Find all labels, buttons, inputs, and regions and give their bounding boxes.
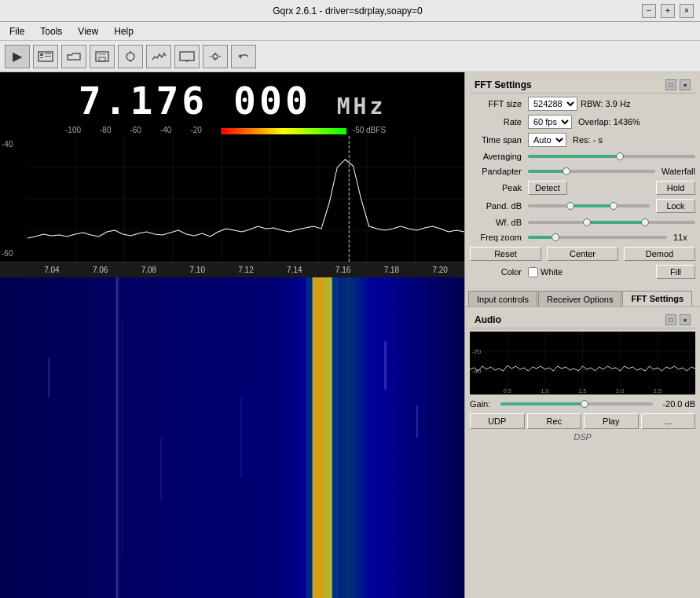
spectrum-panel: 7.176 000 MHz -100 -80 -60 -40 -20 -50 d… <box>0 72 464 598</box>
dsp-label: DSP <box>470 432 695 442</box>
svg-rect-40 <box>240 398 242 478</box>
y-label-top: -40 <box>2 140 26 149</box>
svg-rect-37 <box>122 317 123 558</box>
averaging-row: Averaging <box>470 151 695 162</box>
color-row: Color White Fill <box>470 265 695 279</box>
center-button[interactable]: Center <box>547 247 618 261</box>
screen-button[interactable] <box>174 45 200 68</box>
rbw-label: RBW: 3.9 Hz <box>581 99 630 108</box>
spectrum-svg <box>27 136 464 262</box>
menu-tools[interactable]: Tools <box>34 24 68 39</box>
minimize-button[interactable]: − <box>642 4 656 18</box>
panel-close-btn[interactable]: × <box>680 79 691 90</box>
menu-bar: File Tools View Help <box>0 22 700 41</box>
dbfs-label-3: -60 <box>130 126 141 134</box>
fft-settings-title: FFT Settings <box>475 79 532 90</box>
pand-db-slider[interactable] <box>528 200 650 211</box>
wf-db-row: Wf. dB <box>470 217 695 228</box>
white-checkbox-container: White <box>528 267 563 277</box>
fft-size-label: FFT size <box>470 99 525 108</box>
svg-rect-1 <box>40 53 43 56</box>
audio-close-btn[interactable]: × <box>680 314 691 325</box>
gain-label: Gain: <box>470 399 497 409</box>
averaging-slider[interactable] <box>528 151 695 162</box>
gain-row: Gain: -20.0 dB <box>470 398 695 409</box>
tab-input-controls[interactable]: Input controls <box>468 291 537 306</box>
fft-size-select[interactable]: 524288 262144 131072 <box>528 97 577 111</box>
svg-rect-11 <box>180 52 194 61</box>
res-label: Res: - s <box>573 135 603 145</box>
audio-buttons-row: UDP Rec Play ... <box>470 413 695 429</box>
play-button[interactable]: ▶ <box>5 45 30 68</box>
pandapter-slider[interactable] <box>528 166 655 177</box>
svg-rect-3 <box>45 53 51 54</box>
menu-view[interactable]: View <box>71 24 104 39</box>
panel-header-icons: □ × <box>665 79 691 90</box>
more-button[interactable]: ... <box>641 413 696 429</box>
rate-row: Rate 60 fps 30 fps 10 fps Overlap: 1436% <box>470 115 695 129</box>
audio-canvas: -20 -40 0.5 1.0 1.5 2.0 2.5 <box>470 332 695 394</box>
udp-button[interactable]: UDP <box>470 413 525 429</box>
svg-rect-2 <box>40 57 43 58</box>
spectrum-canvas: -40 -60 <box>0 136 464 262</box>
spectrum-plot[interactable] <box>27 136 464 262</box>
menu-help[interactable]: Help <box>108 24 140 39</box>
menu-file[interactable]: File <box>3 24 31 39</box>
fill-button[interactable]: Fill <box>656 265 695 279</box>
settings-button[interactable] <box>203 45 228 68</box>
waterfall[interactable] <box>0 277 464 598</box>
demod-button[interactable]: Demod <box>624 247 695 261</box>
lock-button[interactable]: Lock <box>656 199 695 213</box>
panel-float-btn[interactable]: □ <box>665 79 676 90</box>
timespan-row: Time span Auto 1 s 2 s Res: - s <box>470 133 695 147</box>
spectrum-button[interactable] <box>146 45 171 68</box>
rate-label: Rate <box>470 117 525 127</box>
svg-text:2.5: 2.5 <box>654 387 662 394</box>
frequency-value: 7.176 000 <box>79 79 311 123</box>
pandapter-label: Pandapter <box>470 167 525 176</box>
waterfall-label: Waterfall <box>662 167 695 176</box>
freq-axis: 7.04 7.06 7.08 7.10 7.12 7.14 7.16 7.18 … <box>0 262 464 277</box>
audio-header: Audio □ × <box>470 312 695 328</box>
undo-button[interactable] <box>231 45 256 68</box>
svg-rect-4 <box>45 56 51 57</box>
close-button[interactable]: × <box>680 4 694 18</box>
color-label: Color <box>470 267 525 277</box>
freq-zoom-slider[interactable] <box>528 232 667 243</box>
audio-title: Audio <box>475 314 501 325</box>
wf-db-slider[interactable] <box>528 217 695 228</box>
svg-point-8 <box>126 53 134 61</box>
tab-fft-settings[interactable]: FFT Settings <box>622 291 692 306</box>
timespan-label: Time span <box>470 135 525 145</box>
save-button[interactable] <box>90 45 115 68</box>
rec-button[interactable]: Rec <box>527 413 582 429</box>
svg-marker-15 <box>238 54 241 59</box>
svg-point-14 <box>213 54 218 59</box>
hold-button[interactable]: Hold <box>656 181 695 195</box>
maximize-button[interactable]: + <box>661 4 675 18</box>
dbfs-labels: -100 -80 -60 -40 -20 <box>65 126 202 134</box>
svg-rect-41 <box>384 342 387 390</box>
white-checkbox[interactable] <box>528 267 538 277</box>
title-bar: Gqrx 2.6.1 - driver=sdrplay,soapy=0 − + … <box>0 0 700 22</box>
fft-settings-header: FFT Settings □ × <box>470 77 695 94</box>
tab-receiver-options[interactable]: Receiver Options <box>538 291 621 306</box>
svg-text:-20: -20 <box>471 348 482 355</box>
play-audio-button[interactable]: Play <box>584 413 639 429</box>
open-button[interactable] <box>61 45 86 68</box>
reset-button[interactable]: Reset <box>470 247 541 261</box>
detect-button[interactable]: Detect <box>528 181 567 195</box>
tab-bar: Input controls Receiver Options FFT Sett… <box>465 288 700 306</box>
audio-float-btn[interactable]: □ <box>665 314 676 325</box>
gain-value: -20.0 dB <box>656 399 695 409</box>
hardware-button[interactable] <box>33 45 58 68</box>
remote-button[interactable] <box>118 45 143 68</box>
timespan-select[interactable]: Auto 1 s 2 s <box>528 133 566 147</box>
rate-select[interactable]: 60 fps 30 fps 10 fps <box>528 115 572 129</box>
white-label: White <box>541 267 563 277</box>
svg-rect-33 <box>306 277 312 598</box>
audio-header-icons: □ × <box>665 314 691 325</box>
svg-rect-35 <box>116 277 118 598</box>
spectrum-yaxis: -40 -60 <box>0 136 27 262</box>
gain-slider[interactable] <box>500 398 653 409</box>
